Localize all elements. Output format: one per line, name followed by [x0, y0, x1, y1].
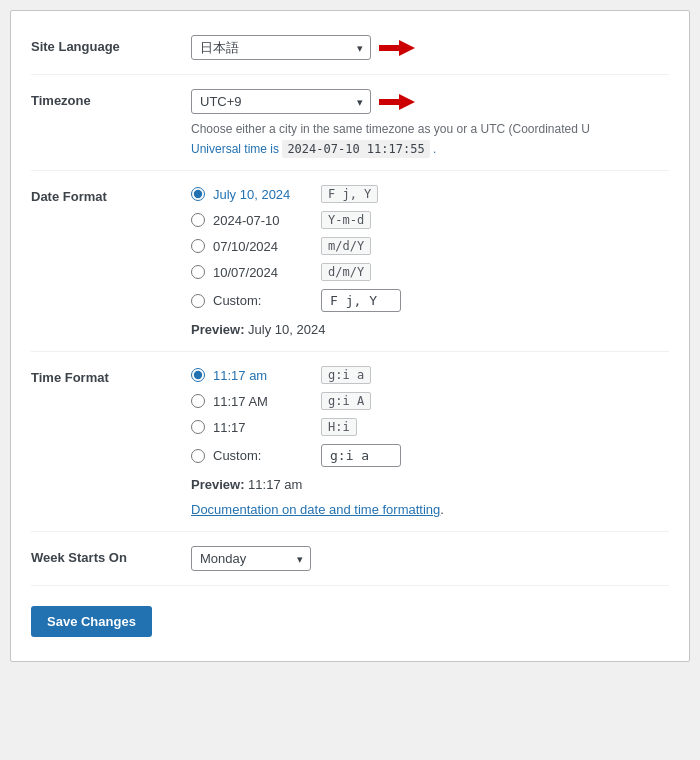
doc-link-period: . — [440, 502, 444, 517]
save-button-wrapper: Save Changes — [31, 586, 669, 641]
date-format-display-4: 10/07/2024 — [213, 265, 313, 280]
date-format-display-2: 2024-07-10 — [213, 213, 313, 228]
date-format-option-2: 2024-07-10 Y-m-d — [191, 211, 669, 229]
time-format-radio-custom[interactable] — [191, 449, 205, 463]
date-format-display-1: July 10, 2024 — [213, 187, 313, 202]
week-starts-on-select-wrapper: Monday Sunday Saturday — [191, 546, 311, 571]
time-format-radio-2[interactable] — [191, 394, 205, 408]
site-language-select-wrapper: 日本語 English — [191, 35, 371, 60]
time-format-preview-value: 11:17 am — [248, 477, 302, 492]
timezone-label: Timezone — [31, 89, 191, 108]
doc-link[interactable]: Documentation on date and time formattin… — [191, 502, 440, 517]
time-format-radio-1[interactable] — [191, 368, 205, 382]
time-format-option-custom: Custom: — [191, 444, 669, 467]
time-format-code-1: g:i a — [321, 366, 371, 384]
date-format-code-2: Y-m-d — [321, 211, 371, 229]
date-format-preview-value: July 10, 2024 — [248, 322, 325, 337]
time-format-label: Time Format — [31, 366, 191, 385]
date-format-code-3: m/d/Y — [321, 237, 371, 255]
week-starts-on-row: Week Starts On Monday Sunday Saturday — [31, 532, 669, 586]
week-starts-on-field: Monday Sunday Saturday — [191, 546, 669, 571]
doc-link-wrapper: Documentation on date and time formattin… — [191, 502, 669, 517]
time-format-display-2: 11:17 AM — [213, 394, 313, 409]
timezone-arrow — [379, 94, 415, 110]
date-format-radio-group: July 10, 2024 F j, Y 2024-07-10 Y-m-d 07… — [191, 185, 669, 312]
time-format-display-1: 11:17 am — [213, 368, 313, 383]
time-format-radio-3[interactable] — [191, 420, 205, 434]
date-format-code-4: d/m/Y — [321, 263, 371, 281]
week-starts-on-label: Week Starts On — [31, 546, 191, 565]
date-format-option-3: 07/10/2024 m/d/Y — [191, 237, 669, 255]
date-format-preview-label: Preview: — [191, 322, 244, 337]
date-format-code-1: F j, Y — [321, 185, 378, 203]
time-format-field: 11:17 am g:i a 11:17 AM g:i A 11:17 H:i — [191, 366, 669, 517]
date-format-custom-input[interactable] — [321, 289, 401, 312]
svg-marker-0 — [379, 40, 415, 56]
timezone-field: UTC+9 UTC+0 UTC-5 UTC+1 Choose either a … — [191, 89, 669, 156]
time-format-option-1: 11:17 am g:i a — [191, 366, 669, 384]
timezone-controls: UTC+9 UTC+0 UTC-5 UTC+1 — [191, 89, 669, 114]
time-format-custom-label: Custom: — [213, 448, 313, 463]
universal-time: Universal time is 2024-07-10 11:17:55 . — [191, 142, 669, 156]
site-language-select[interactable]: 日本語 English — [191, 35, 371, 60]
site-language-arrow — [379, 40, 415, 56]
date-format-row: Date Format July 10, 2024 F j, Y 2024-07… — [31, 171, 669, 352]
date-format-radio-2[interactable] — [191, 213, 205, 227]
date-format-custom-label: Custom: — [213, 293, 313, 308]
date-format-option-1: July 10, 2024 F j, Y — [191, 185, 669, 203]
settings-page: Site Language 日本語 English — [0, 0, 700, 760]
date-format-preview: Preview: July 10, 2024 — [191, 322, 669, 337]
site-language-field: 日本語 English — [191, 35, 669, 60]
date-format-radio-1[interactable] — [191, 187, 205, 201]
date-format-field: July 10, 2024 F j, Y 2024-07-10 Y-m-d 07… — [191, 185, 669, 337]
time-format-preview-label: Preview: — [191, 477, 244, 492]
save-changes-button[interactable]: Save Changes — [31, 606, 152, 637]
date-format-display-3: 07/10/2024 — [213, 239, 313, 254]
time-format-option-3: 11:17 H:i — [191, 418, 669, 436]
timezone-help: Choose either a city in the same timezon… — [191, 120, 669, 138]
time-format-preview: Preview: 11:17 am — [191, 477, 669, 492]
timezone-select[interactable]: UTC+9 UTC+0 UTC-5 UTC+1 — [191, 89, 371, 114]
date-format-radio-3[interactable] — [191, 239, 205, 253]
week-starts-on-select[interactable]: Monday Sunday Saturday — [191, 546, 311, 571]
site-language-row: Site Language 日本語 English — [31, 21, 669, 75]
date-format-label: Date Format — [31, 185, 191, 204]
time-format-row: Time Format 11:17 am g:i a 11:17 AM g:i … — [31, 352, 669, 532]
site-language-label: Site Language — [31, 35, 191, 54]
settings-form: Site Language 日本語 English — [10, 10, 690, 662]
timezone-select-wrapper: UTC+9 UTC+0 UTC-5 UTC+1 — [191, 89, 371, 114]
time-format-code-2: g:i A — [321, 392, 371, 410]
date-format-option-4: 10/07/2024 d/m/Y — [191, 263, 669, 281]
date-format-radio-custom[interactable] — [191, 294, 205, 308]
time-format-radio-group: 11:17 am g:i a 11:17 AM g:i A 11:17 H:i — [191, 366, 669, 467]
time-format-code-3: H:i — [321, 418, 357, 436]
date-format-option-custom: Custom: — [191, 289, 669, 312]
date-format-radio-4[interactable] — [191, 265, 205, 279]
svg-marker-1 — [379, 94, 415, 110]
universal-time-value: 2024-07-10 11:17:55 — [282, 140, 429, 158]
time-format-custom-input[interactable] — [321, 444, 401, 467]
site-language-controls: 日本語 English — [191, 35, 669, 60]
time-format-display-3: 11:17 — [213, 420, 313, 435]
time-format-option-2: 11:17 AM g:i A — [191, 392, 669, 410]
timezone-row: Timezone UTC+9 UTC+0 UTC-5 UTC+1 — [31, 75, 669, 171]
